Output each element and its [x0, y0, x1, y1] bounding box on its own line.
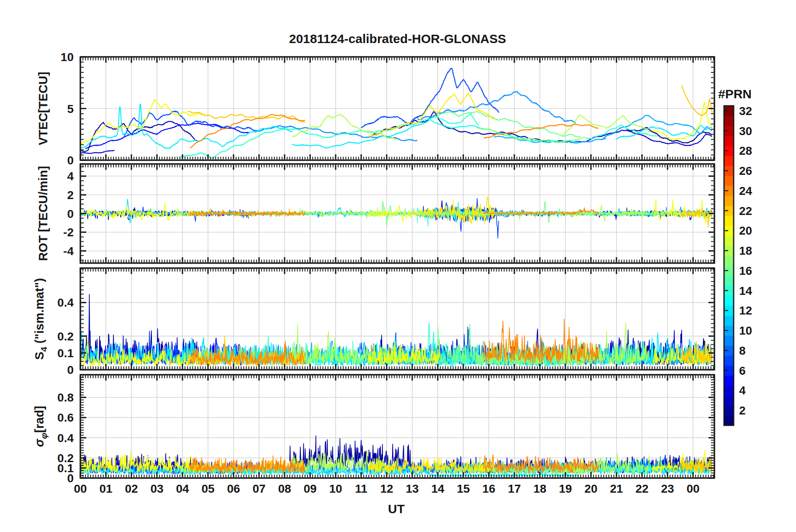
colorbar-tick-label: 26: [739, 164, 752, 177]
colorbar-swatch: [724, 296, 734, 306]
x-tick-label: 22: [635, 482, 648, 495]
x-tick-label: 00: [74, 482, 87, 495]
x-tick-label: 05: [201, 482, 214, 495]
y-tick-label: 5: [67, 102, 74, 115]
x-tick-label: 09: [303, 482, 316, 495]
chart-canvas: 0510VTEC[TECU]-4-2024ROT [TECU/min]00.10…: [0, 0, 796, 532]
y-tick-label: -4: [63, 245, 74, 258]
x-tick-label: 03: [150, 482, 163, 495]
series-prn-12: [80, 199, 292, 223]
colorbar-tick-label: 10: [739, 324, 752, 337]
series-prn-20: [80, 99, 205, 145]
x-tick-label: 02: [125, 482, 138, 495]
x-axis-label: UT: [388, 502, 405, 516]
series-prn-9: [417, 92, 575, 123]
colorbar-tick-label: 18: [739, 244, 752, 257]
x-tick-label: 23: [661, 482, 674, 495]
colorbar-tick-label: 30: [739, 125, 752, 138]
x-tick-label: 00: [686, 482, 699, 495]
y-tick-label: 0: [67, 363, 74, 376]
colorbar-swatch: [724, 415, 734, 425]
colorbar-swatch: [724, 256, 734, 266]
y-tick-label: 0.1: [57, 347, 74, 360]
colorbar-tick-label: 22: [739, 205, 752, 217]
x-tick-label: 20: [584, 482, 597, 495]
series-prn-22: [682, 85, 712, 115]
x-tick-label: 17: [508, 482, 521, 495]
colorbar: 2468101214161820222426283032: [724, 105, 752, 426]
x-tick-label: 18: [533, 482, 546, 495]
series-prn-24: [484, 124, 599, 138]
colorbar-swatch: [724, 376, 734, 386]
figure: 0510VTEC[TECU]-4-2024ROT [TECU/min]00.10…: [0, 0, 796, 532]
axes-layer: [80, 57, 714, 478]
x-tick-label: 13: [406, 482, 419, 495]
x-tick-label: 11: [355, 482, 367, 495]
y-tick-label: -2: [63, 226, 74, 239]
series-layer: [80, 68, 712, 476]
y-tick-label: 0.6: [57, 411, 74, 424]
series-prn-3: [570, 130, 712, 146]
y-tick-label: 0.2: [57, 452, 74, 465]
colorbar-swatch: [724, 216, 734, 226]
y-tick-label: 10: [61, 51, 74, 64]
colorbar-swatch: [724, 176, 734, 186]
y-axis-label-vtec: VTEC[TECU]: [36, 72, 50, 146]
x-tick-label: 21: [610, 482, 623, 495]
series-prn-22: [187, 112, 305, 123]
x-tick-label: 04: [176, 482, 189, 495]
x-tick-label: 19: [559, 482, 572, 495]
colorbar-swatch: [724, 276, 734, 286]
x-tick-label: 12: [380, 482, 393, 495]
y-tick-label: 0.4: [57, 432, 74, 445]
colorbar-tick-label: 24: [739, 184, 752, 197]
x-tick-label: 08: [278, 482, 291, 495]
colorbar-swatch: [724, 395, 734, 405]
colorbar-swatch: [724, 116, 734, 126]
colorbar-swatch: [724, 235, 734, 246]
y-tick-label: 0.8: [57, 391, 74, 404]
y-axis-label-s4: S4 ("ism.mat"): [33, 278, 49, 360]
series-prn-13: [430, 120, 578, 143]
figure-title: 20181124-calibrated-HOR-GLONASS: [289, 32, 506, 46]
x-tick-label: 01: [99, 482, 112, 495]
y-tick-label: 0: [67, 154, 74, 167]
colorbar-tick-label: 8: [739, 344, 746, 357]
x-tick-label: 14: [431, 482, 444, 495]
x-tick-label: 16: [482, 482, 495, 495]
colorbar-swatch: [724, 335, 734, 345]
colorbar-swatch: [724, 196, 734, 206]
series-prn-1: [627, 128, 712, 143]
series-prn-12: [80, 104, 292, 148]
y-tick-label: 0.4: [57, 296, 74, 309]
colorbar-tick-label: 28: [739, 144, 752, 157]
colorbar-swatch: [724, 156, 734, 166]
x-tick-label: 07: [252, 482, 265, 495]
x-tick-label: 06: [227, 482, 240, 495]
colorbar-title: #PRN: [718, 87, 752, 101]
series-prn-2: [80, 121, 198, 152]
colorbar-tick-label: 6: [739, 364, 746, 377]
colorbar-tick-label: 32: [739, 105, 752, 118]
colorbar-tick-label: 14: [739, 284, 752, 297]
y-axis-label-sigma_phi: σφ[rad]: [33, 406, 49, 447]
y-tick-label: 2: [67, 189, 74, 202]
colorbar-tick-label: 4: [739, 384, 746, 397]
colorbar-tick-label: 2: [739, 404, 746, 417]
colorbar-swatch: [724, 356, 734, 366]
colorbar-swatch: [724, 136, 734, 146]
series-prn-24: [190, 114, 305, 148]
x-tick-label: 15: [457, 482, 470, 495]
series-prn-20: [652, 102, 712, 140]
colorbar-tick-label: 12: [739, 304, 752, 317]
y-tick-label: 4: [67, 170, 74, 183]
colorbar-tick-label: 16: [739, 264, 752, 277]
labels-layer: 0510VTEC[TECU]-4-2024ROT [TECU/min]00.10…: [33, 51, 700, 495]
y-tick-label: 0.2: [57, 330, 74, 343]
y-tick-label: 0: [67, 207, 74, 220]
y-axis-label-rot: ROT [TECU/min]: [36, 166, 50, 261]
x-tick-label: 10: [329, 482, 342, 495]
colorbar-tick-label: 20: [739, 224, 752, 237]
colorbar-swatch: [724, 315, 734, 325]
